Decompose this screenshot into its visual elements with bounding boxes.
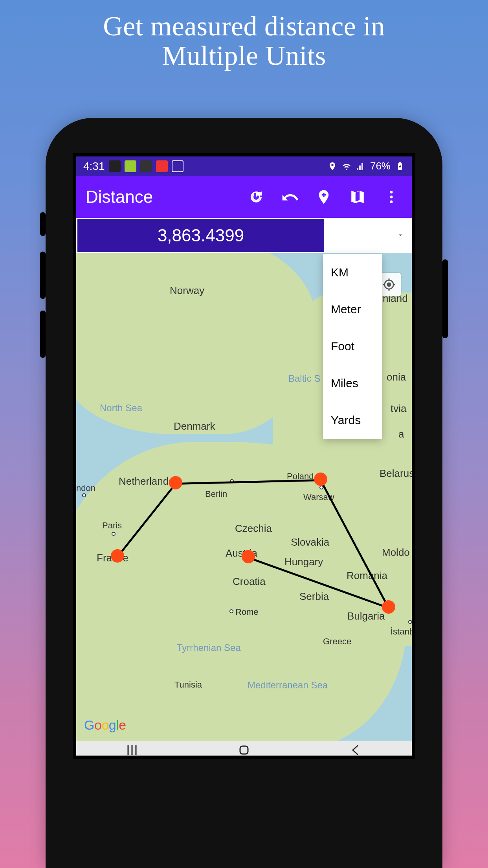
recents-icon [124,742,140,758]
back-button[interactable] [348,742,364,759]
map-label-city: Rome [235,607,259,617]
map-label-sea: Mediterranean Sea [248,680,328,691]
recents-button[interactable] [124,742,140,759]
map-label-country: tvia [391,403,406,415]
refresh-button[interactable] [245,186,267,208]
unit-option-km[interactable]: KM [323,254,382,291]
map-label-city: İstanb [391,627,412,637]
app-title: Distance [86,187,153,207]
map-label-country: Moldo [382,546,410,559]
map-label-country: Slovakia [291,536,329,548]
map-label-sea: Tyrrhenian Sea [177,642,241,653]
crosshair-icon [382,278,396,291]
home-button[interactable] [236,742,252,759]
map-label-country: Norway [170,285,204,297]
statusbar-app-icon [125,160,136,172]
map-label-country: Romania [347,570,387,582]
map-city-dot [229,609,233,613]
map-label-sea: Baltic S [288,373,320,384]
phone-side-button [40,212,46,236]
map-label-country: Serbia [299,590,329,603]
promo-title: Get measured distance in Multiple Units [103,12,385,71]
map-marker[interactable] [382,600,395,614]
map-marker[interactable] [242,550,255,563]
map-label-country: Tunisia [174,680,202,690]
svg-point-2 [390,200,393,203]
statusbar-app-icon [140,160,152,172]
system-nav-bar [76,741,412,759]
map-marker[interactable] [314,473,327,486]
map-city-dot [112,532,116,536]
map-label-country: onia [387,371,406,383]
promo-title-line1: Get measured distance in [103,12,385,41]
signal-icon [356,162,365,171]
refresh-icon [248,189,264,205]
map-label-country: Netherlands [119,475,174,487]
map-city-dot [408,620,412,624]
map-marker[interactable] [169,476,182,489]
location-add-icon [316,189,332,205]
map-label-country: a [398,428,404,440]
wifi-icon [342,162,351,171]
phone-screen: 4:31 76% Distance [73,153,415,759]
map-label-city: Paris [102,520,122,531]
more-vert-icon [383,189,400,205]
promo-title-line2: Multiple Units [103,41,385,71]
app-bar: Distance [76,176,412,218]
back-icon [348,742,364,758]
map-label-country: Croatia [233,576,266,588]
distance-row: 3,863.4399 [76,218,412,253]
undo-button[interactable] [279,186,301,208]
map-icon [349,189,366,205]
phone-side-button [40,252,46,299]
unit-option-yards[interactable]: Yards [323,402,382,439]
svg-point-1 [390,195,393,198]
map-city-dot [82,493,86,497]
status-bar: 4:31 76% [76,156,412,176]
status-battery: 76% [370,160,391,172]
svg-rect-6 [240,746,248,754]
statusbar-app-icon [172,160,183,172]
map-label-country: Czechia [235,522,272,535]
unit-selector[interactable] [325,218,412,253]
phone-side-button [40,311,46,358]
statusbar-app-icon [156,160,168,172]
map-label-sea: North Sea [100,403,142,414]
phone-frame: 4:31 76% Distance [46,118,442,868]
overflow-button[interactable] [380,186,402,208]
map-label-city: Berlin [205,489,227,499]
unit-dropdown[interactable]: KM Meter Foot Miles Yards [323,254,382,439]
map-label-country: Denmark [174,420,215,432]
distance-value: 3,863.4399 [76,218,325,253]
map-label-country: Belarus [380,467,412,480]
statusbar-app-icon [109,160,121,172]
map-label-country: Bulgaria [347,610,385,622]
undo-icon [282,189,298,205]
map-type-button[interactable] [347,186,369,208]
home-icon [236,742,252,758]
unit-option-meter[interactable]: Meter [323,291,382,328]
chevron-down-icon [397,232,404,239]
status-time: 4:31 [83,160,105,173]
map-attribution: Google [84,717,126,733]
map-label-country: Hungary [284,556,323,568]
battery-icon [395,162,405,171]
map-label-city: ndon [76,483,95,493]
phone-side-button [442,259,448,338]
map-marker[interactable] [111,549,124,563]
unit-option-foot[interactable]: Foot [323,328,382,365]
location-icon [328,162,337,171]
map-label-country: Greece [323,636,351,647]
add-location-button[interactable] [313,186,335,208]
unit-option-miles[interactable]: Miles [323,365,382,402]
svg-point-0 [390,191,393,193]
